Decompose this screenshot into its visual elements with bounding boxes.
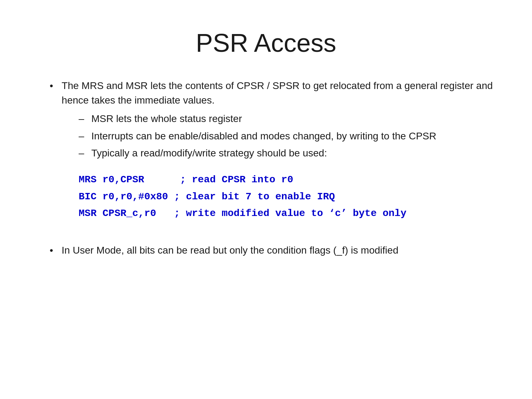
bullet-1-content: The MRS and MSR lets the contents of CPS… <box>62 79 497 233</box>
sub-bullet-dash-3: – <box>79 146 84 161</box>
content-area: • The MRS and MSR lets the contents of C… <box>35 79 497 378</box>
sub-bullet-dash-2: – <box>79 129 84 144</box>
bullet-item-1: • The MRS and MSR lets the contents of C… <box>50 79 497 233</box>
bullet-1-text: The MRS and MSR lets the contents of CPS… <box>62 80 493 106</box>
slide: PSR Access • The MRS and MSR lets the co… <box>0 0 532 399</box>
code-line-3: MSR CPSR_c,r0 ; write modified value to … <box>79 205 497 222</box>
sub-bullet-text-2: Interrupts can be enable/disabled and mo… <box>91 129 436 144</box>
bullet-dot-1: • <box>50 80 53 92</box>
code-line-2: BIC r0,r0,#0x80 ; clear bit 7 to enable … <box>79 188 497 205</box>
sub-bullet-text-3: Typically a read/modify/write strategy s… <box>91 146 327 161</box>
code-block: MRS r0,CPSR ; read CPSR into r0 BIC r0,r… <box>79 171 497 222</box>
code-line-1: MRS r0,CPSR ; read CPSR into r0 <box>79 171 497 188</box>
sub-bullet-dash-1: – <box>79 112 84 126</box>
sub-bullets-1: – MSR lets the whole status register – I… <box>79 112 497 161</box>
bullet-2-text: In User Mode, all bits can be read but o… <box>62 243 398 258</box>
sub-bullet-item-3: – Typically a read/modify/write strategy… <box>79 146 497 161</box>
sub-bullet-text-1: MSR lets the whole status register <box>91 112 242 126</box>
sub-bullet-item-1: – MSR lets the whole status register <box>79 112 497 126</box>
bullet-dot-2: • <box>50 245 53 256</box>
bullet-item-2: • In User Mode, all bits can be read but… <box>50 243 497 258</box>
sub-bullet-item-2: – Interrupts can be enable/disabled and … <box>79 129 497 144</box>
slide-title: PSR Access <box>35 28 497 57</box>
